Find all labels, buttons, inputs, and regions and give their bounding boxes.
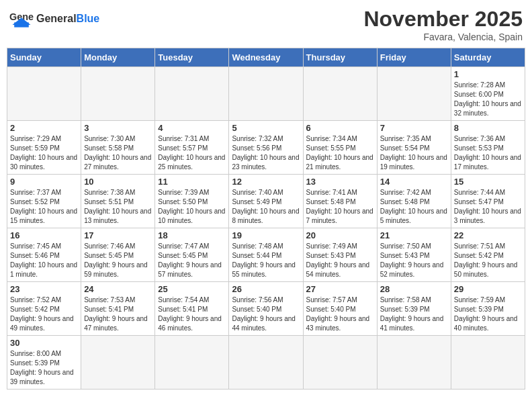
day-info: Sunrise: 8:00 AM Sunset: 5:39 PM Dayligh…	[10, 349, 78, 387]
day-number: 25	[158, 284, 226, 294]
day-info: Sunrise: 7:40 AM Sunset: 5:49 PM Dayligh…	[232, 188, 300, 226]
calendar-day-cell: 1Sunrise: 7:28 AM Sunset: 6:00 PM Daylig…	[451, 67, 525, 121]
day-number: 14	[380, 177, 448, 187]
calendar-day-cell	[81, 336, 155, 390]
day-number: 12	[232, 177, 300, 187]
day-info: Sunrise: 7:34 AM Sunset: 5:55 PM Dayligh…	[306, 134, 374, 172]
title-area: November 2025 Favara, Valencia, Spain	[363, 7, 523, 42]
calendar-day-cell: 22Sunrise: 7:51 AM Sunset: 5:42 PM Dayli…	[451, 228, 525, 282]
day-info: Sunrise: 7:45 AM Sunset: 5:46 PM Dayligh…	[10, 242, 78, 279]
day-number: 3	[84, 123, 152, 133]
day-number: 27	[306, 284, 374, 294]
calendar-table: SundayMondayTuesdayWednesdayThursdayFrid…	[7, 48, 525, 390]
day-number: 2	[10, 123, 78, 133]
day-number: 15	[454, 177, 522, 187]
calendar-day-cell	[7, 67, 81, 121]
day-info: Sunrise: 7:36 AM Sunset: 5:53 PM Dayligh…	[454, 134, 522, 172]
calendar-header-row: SundayMondayTuesdayWednesdayThursdayFrid…	[7, 48, 525, 67]
day-info: Sunrise: 7:38 AM Sunset: 5:51 PM Dayligh…	[84, 188, 152, 226]
day-number: 7	[380, 123, 448, 133]
day-number: 16	[10, 230, 78, 240]
calendar-week-row: 16Sunrise: 7:45 AM Sunset: 5:46 PM Dayli…	[7, 228, 525, 282]
day-number: 11	[158, 177, 226, 187]
day-of-week-header: Sunday	[7, 48, 81, 67]
day-info: Sunrise: 7:29 AM Sunset: 5:59 PM Dayligh…	[10, 134, 78, 172]
day-info: Sunrise: 7:53 AM Sunset: 5:41 PM Dayligh…	[84, 295, 152, 333]
calendar-day-cell: 11Sunrise: 7:39 AM Sunset: 5:50 PM Dayli…	[155, 175, 229, 228]
calendar-day-cell: 13Sunrise: 7:41 AM Sunset: 5:48 PM Dayli…	[303, 175, 377, 228]
day-number: 6	[306, 123, 374, 133]
day-info: Sunrise: 7:51 AM Sunset: 5:42 PM Dayligh…	[454, 242, 522, 279]
day-of-week-header: Wednesday	[229, 48, 303, 67]
calendar-week-row: 1Sunrise: 7:28 AM Sunset: 6:00 PM Daylig…	[7, 67, 525, 121]
day-info: Sunrise: 7:48 AM Sunset: 5:44 PM Dayligh…	[232, 242, 300, 279]
day-number: 13	[306, 177, 374, 187]
header: General GeneralBlue November 2025 Favara…	[7, 7, 525, 42]
calendar-day-cell: 3Sunrise: 7:30 AM Sunset: 5:58 PM Daylig…	[81, 121, 155, 175]
calendar-day-cell: 26Sunrise: 7:56 AM Sunset: 5:40 PM Dayli…	[229, 282, 303, 336]
day-number: 18	[158, 230, 226, 240]
day-info: Sunrise: 7:54 AM Sunset: 5:41 PM Dayligh…	[158, 295, 226, 333]
day-info: Sunrise: 7:39 AM Sunset: 5:50 PM Dayligh…	[158, 188, 226, 226]
day-number: 28	[380, 284, 448, 294]
calendar-week-row: 23Sunrise: 7:52 AM Sunset: 5:42 PM Dayli…	[7, 282, 525, 336]
calendar-day-cell	[81, 67, 155, 121]
calendar-day-cell	[303, 336, 377, 390]
day-number: 30	[10, 338, 78, 348]
logo-icon: General	[9, 7, 34, 31]
calendar-day-cell: 18Sunrise: 7:47 AM Sunset: 5:45 PM Dayli…	[155, 228, 229, 282]
calendar-day-cell: 2Sunrise: 7:29 AM Sunset: 5:59 PM Daylig…	[7, 121, 81, 175]
day-number: 5	[232, 123, 300, 133]
day-info: Sunrise: 7:57 AM Sunset: 5:40 PM Dayligh…	[306, 295, 374, 333]
calendar-day-cell: 29Sunrise: 7:59 AM Sunset: 5:39 PM Dayli…	[451, 282, 525, 336]
calendar-day-cell: 10Sunrise: 7:38 AM Sunset: 5:51 PM Dayli…	[81, 175, 155, 228]
calendar-day-cell	[229, 336, 303, 390]
day-number: 19	[232, 230, 300, 240]
calendar-day-cell	[377, 336, 451, 390]
day-of-week-header: Friday	[377, 48, 451, 67]
day-info: Sunrise: 7:35 AM Sunset: 5:54 PM Dayligh…	[380, 134, 448, 172]
calendar-day-cell: 20Sunrise: 7:49 AM Sunset: 5:43 PM Dayli…	[303, 228, 377, 282]
day-number: 17	[84, 230, 152, 240]
calendar-day-cell	[229, 67, 303, 121]
calendar-week-row: 30Sunrise: 8:00 AM Sunset: 5:39 PM Dayli…	[7, 336, 525, 390]
day-info: Sunrise: 7:49 AM Sunset: 5:43 PM Dayligh…	[306, 242, 374, 279]
calendar-day-cell: 25Sunrise: 7:54 AM Sunset: 5:41 PM Dayli…	[155, 282, 229, 336]
day-number: 4	[158, 123, 226, 133]
day-info: Sunrise: 7:37 AM Sunset: 5:52 PM Dayligh…	[10, 188, 78, 226]
day-info: Sunrise: 7:59 AM Sunset: 5:39 PM Dayligh…	[454, 295, 522, 333]
calendar-day-cell	[377, 67, 451, 121]
day-number: 21	[380, 230, 448, 240]
day-info: Sunrise: 7:47 AM Sunset: 5:45 PM Dayligh…	[158, 242, 226, 279]
day-number: 20	[306, 230, 374, 240]
day-info: Sunrise: 7:52 AM Sunset: 5:42 PM Dayligh…	[10, 295, 78, 333]
calendar-day-cell: 14Sunrise: 7:42 AM Sunset: 5:48 PM Dayli…	[377, 175, 451, 228]
calendar-day-cell: 28Sunrise: 7:58 AM Sunset: 5:39 PM Dayli…	[377, 282, 451, 336]
calendar-day-cell: 8Sunrise: 7:36 AM Sunset: 5:53 PM Daylig…	[451, 121, 525, 175]
day-info: Sunrise: 7:41 AM Sunset: 5:48 PM Dayligh…	[306, 188, 374, 226]
day-of-week-header: Thursday	[303, 48, 377, 67]
month-title: November 2025	[363, 7, 523, 32]
calendar-day-cell	[303, 67, 377, 121]
calendar-day-cell: 7Sunrise: 7:35 AM Sunset: 5:54 PM Daylig…	[377, 121, 451, 175]
day-info: Sunrise: 7:44 AM Sunset: 5:47 PM Dayligh…	[454, 188, 522, 226]
calendar-day-cell: 30Sunrise: 8:00 AM Sunset: 5:39 PM Dayli…	[7, 336, 81, 390]
day-of-week-header: Tuesday	[155, 48, 229, 67]
day-number: 22	[454, 230, 522, 240]
day-info: Sunrise: 7:46 AM Sunset: 5:45 PM Dayligh…	[84, 242, 152, 279]
day-number: 24	[84, 284, 152, 294]
day-number: 8	[454, 123, 522, 133]
day-number: 29	[454, 284, 522, 294]
calendar-day-cell: 19Sunrise: 7:48 AM Sunset: 5:44 PM Dayli…	[229, 228, 303, 282]
day-info: Sunrise: 7:58 AM Sunset: 5:39 PM Dayligh…	[380, 295, 448, 333]
day-number: 10	[84, 177, 152, 187]
calendar-day-cell	[155, 67, 229, 121]
day-number: 1	[454, 69, 522, 79]
calendar-day-cell: 9Sunrise: 7:37 AM Sunset: 5:52 PM Daylig…	[7, 175, 81, 228]
day-info: Sunrise: 7:42 AM Sunset: 5:48 PM Dayligh…	[380, 188, 448, 226]
calendar-day-cell	[451, 336, 525, 390]
day-info: Sunrise: 7:31 AM Sunset: 5:57 PM Dayligh…	[158, 134, 226, 172]
day-info: Sunrise: 7:32 AM Sunset: 5:56 PM Dayligh…	[232, 134, 300, 172]
calendar-day-cell: 5Sunrise: 7:32 AM Sunset: 5:56 PM Daylig…	[229, 121, 303, 175]
calendar-day-cell: 27Sunrise: 7:57 AM Sunset: 5:40 PM Dayli…	[303, 282, 377, 336]
